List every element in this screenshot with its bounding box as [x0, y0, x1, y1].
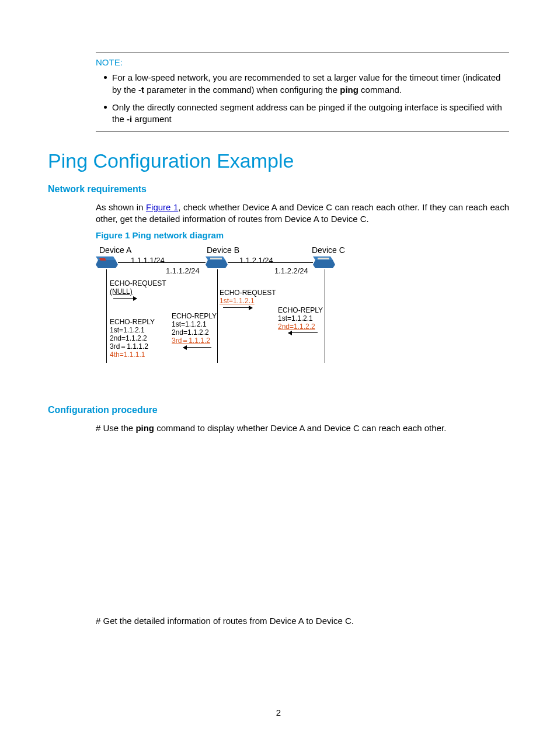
svg-rect-5: [210, 258, 222, 259]
label-device-a: Device A: [99, 245, 131, 256]
rep-b-l1: ECHO-REPLY: [172, 313, 217, 321]
cfg-p1-pre: # Use the: [96, 423, 135, 433]
note-item-2: Only the directly connected segment addr…: [104, 102, 509, 126]
ip-b-left: 1.1.1.2/24: [166, 266, 200, 276]
cfg-p1: # Use the ping command to display whethe…: [96, 422, 509, 434]
note-1-b1: -t: [138, 85, 144, 95]
svg-marker-6: [313, 260, 335, 268]
timeline-b: [217, 269, 218, 363]
device-c-icon: [313, 256, 335, 269]
ip-b-right: 1.1.2.1/24: [239, 255, 273, 266]
rep-a-l5: 4th=1.1.1.1: [110, 351, 155, 359]
rep-a-l4: 3rd＝1.1.1.2: [110, 343, 155, 351]
ip-a-right: 1.1.1.1/24: [131, 255, 165, 266]
netreq-paragraph: As shown in Figure 1, check whether Devi…: [96, 202, 509, 226]
timeline-a: [106, 269, 107, 363]
rep-b-l4: 3rd＝1.1.1.2: [172, 337, 217, 345]
label-device-b: Device B: [207, 245, 239, 256]
note-item-1: For a low-speed network, you are recomme…: [104, 72, 509, 96]
figure-1-link[interactable]: Figure 1: [146, 202, 178, 212]
svg-marker-3: [206, 260, 228, 268]
rep-c-l2: 1st=1.1.2.1: [278, 315, 323, 323]
req-b-l1: ECHO-REQUEST: [220, 289, 276, 297]
arrow-req-a: [113, 298, 137, 299]
netreq-heading: Network requirements: [48, 183, 509, 196]
page-number: 2: [0, 707, 557, 719]
cfg-p1-b: ping: [135, 423, 154, 433]
req-a-l2: (NULL): [110, 288, 166, 296]
msg-rep-a: ECHO-REPLY 1st=1.1.2.1 2nd=1.1.2.2 3rd＝1…: [110, 318, 155, 359]
arrow-rep-b: [183, 347, 211, 348]
note-2-mid: argument: [132, 114, 172, 124]
network-diagram: Device A Device B Device C 1.1.1.1/24 1.…: [96, 245, 347, 379]
msg-req-b: ECHO-REQUEST 1st=1.1.2.1: [220, 289, 276, 306]
timeline-c: [325, 269, 325, 363]
note-title: NOTE:: [96, 57, 509, 68]
label-device-c: Device C: [312, 245, 345, 256]
section-heading: Ping Configuration Example: [48, 148, 509, 175]
rep-a-l3: 2nd=1.1.2.2: [110, 335, 155, 343]
arrow-req-b: [223, 307, 252, 308]
note-rule-top: [96, 53, 509, 53]
note-1-post: command.: [358, 85, 402, 95]
note-1-b2: ping: [340, 85, 358, 95]
svg-rect-8: [318, 258, 329, 259]
device-a-icon: [96, 256, 118, 269]
cfg-p2: # Get the detailed information of routes…: [96, 615, 509, 627]
note-1-mid: parameter in the command) when configuri…: [144, 85, 340, 95]
device-b-icon: [206, 256, 228, 269]
note-rule-bot: [96, 131, 509, 131]
rep-a-l1: ECHO-REPLY: [110, 318, 155, 327]
svg-marker-0: [96, 260, 118, 268]
ip-c-left: 1.1.2.2/24: [274, 266, 308, 276]
req-a-l1: ECHO-REQUEST: [110, 280, 166, 288]
msg-rep-b: ECHO-REPLY 1st=1.1.2.1 2nd=1.1.2.2 3rd＝1…: [172, 313, 217, 345]
rep-c-l1: ECHO-REPLY: [278, 307, 323, 315]
msg-req-a: ECHO-REQUEST (NULL): [110, 280, 166, 296]
rep-b-l2: 1st=1.1.2.1: [172, 321, 217, 329]
rep-c-l3: 2nd=1.1.2.2: [278, 323, 323, 331]
rep-a-l2: 1st=1.1.2.1: [110, 327, 155, 335]
cfg-p1-post: command to display whether Device A and …: [154, 423, 446, 433]
msg-rep-c: ECHO-REPLY 1st=1.1.2.1 2nd=1.1.2.2: [278, 307, 323, 331]
rep-b-l3: 2nd=1.1.2.2: [172, 329, 217, 337]
figure-caption: Figure 1 Ping network diagram: [96, 230, 509, 241]
arrow-rep-c: [288, 332, 318, 333]
netreq-pre: As shown in: [96, 202, 146, 212]
svg-marker-2: [99, 258, 106, 261]
req-b-l2: 1st=1.1.2.1: [220, 297, 276, 306]
note-2-b1: -i: [127, 114, 132, 124]
cfg-heading: Configuration procedure: [48, 404, 509, 417]
